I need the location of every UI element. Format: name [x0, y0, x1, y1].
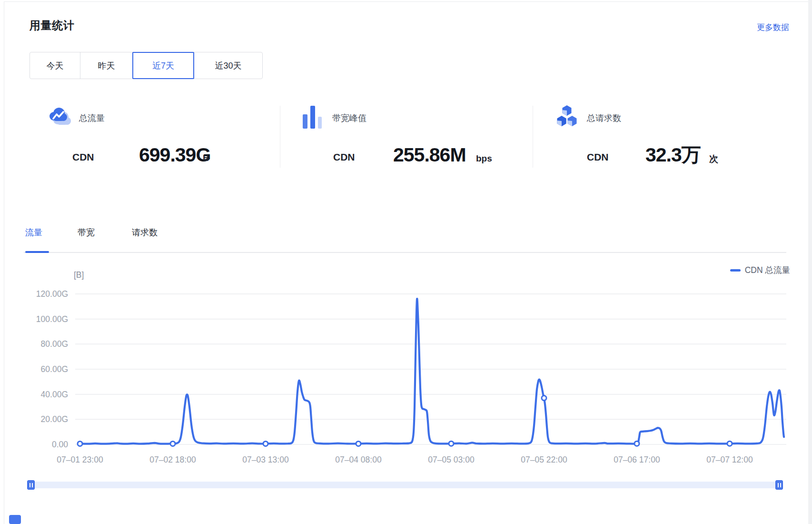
active-tab-underline — [25, 251, 49, 253]
y-axis-label: 40.00G — [41, 390, 68, 399]
y-axis-label: 0.00 — [52, 440, 68, 449]
next-section-slider-handle[interactable] — [9, 515, 21, 524]
stat-label-traffic: 总流量 — [79, 112, 105, 124]
x-axis-label: 07–04 08:00 — [335, 455, 382, 464]
stat-product: CDN — [587, 151, 609, 163]
data-point-marker[interactable] — [78, 441, 82, 446]
tab-requests[interactable]: 请求数 — [132, 227, 158, 238]
stat-label-requests: 总请求数 — [587, 112, 621, 124]
page-title: 用量统计 — [30, 18, 74, 33]
x-axis-label: 07–02 18:00 — [149, 455, 196, 464]
data-point-marker[interactable] — [634, 441, 639, 446]
tabs-bottom-border — [24, 252, 786, 253]
tab-traffic[interactable]: 流量 — [25, 227, 42, 238]
legend-label: CDN 总流量 — [745, 264, 790, 276]
x-axis-label: 07–05 22:00 — [521, 455, 567, 464]
stat-value-traffic: 699.39G — [139, 145, 210, 165]
traffic-line-chart[interactable]: 0.0020.00G40.00G60.00G80.00G100.00G120.0… — [0, 286, 812, 476]
data-point-marker[interactable] — [727, 441, 732, 446]
x-axis-label: 07–06 17:00 — [614, 455, 660, 464]
legend-line-swatch — [730, 269, 741, 272]
y-axis-label: 120.00G — [36, 289, 68, 299]
bandwidth-bars-icon — [303, 106, 323, 129]
stat-product: CDN — [333, 151, 355, 163]
usage-stats-page: 用量统计 更多数据 今天 昨天 近7天 近30天 总流量 CDN 699.39G… — [0, 0, 812, 524]
range-button-today[interactable]: 今天 — [30, 52, 80, 79]
cloud-traffic-icon — [47, 106, 71, 127]
range-button-last30days[interactable]: 近30天 — [194, 52, 263, 79]
y-axis-label: 100.00G — [36, 314, 68, 324]
data-point-marker[interactable] — [449, 441, 454, 446]
data-point-marker[interactable] — [170, 441, 175, 446]
traffic-line-series — [80, 299, 784, 444]
range-button-last7days[interactable]: 近7天 — [132, 52, 194, 79]
slider-left-handle[interactable] — [27, 480, 35, 490]
stat-unit: bps — [476, 153, 492, 164]
time-range-button-group: 今天 昨天 近7天 近30天 — [30, 52, 263, 79]
y-axis-unit-label: [B] — [74, 270, 84, 280]
x-axis-label: 07–07 12:00 — [706, 455, 753, 464]
page-scrollbar[interactable] — [808, 0, 812, 524]
slider-right-handle[interactable] — [775, 480, 783, 490]
stat-divider — [280, 106, 280, 168]
stat-value-bandwidth: 255.86M — [393, 145, 466, 165]
chart-legend[interactable]: CDN 总流量 — [730, 264, 790, 276]
y-axis-label: 80.00G — [41, 339, 68, 349]
stat-unit: 次 — [709, 153, 718, 165]
tab-bandwidth[interactable]: 带宽 — [78, 227, 95, 238]
data-point-marker[interactable] — [356, 441, 361, 446]
requests-cubes-icon — [554, 104, 580, 128]
x-axis-label: 07–05 03:00 — [428, 455, 475, 464]
x-axis-label: 07–03 13:00 — [242, 455, 289, 464]
y-axis-label: 60.00G — [41, 364, 68, 374]
data-point-marker[interactable] — [263, 441, 268, 446]
y-axis-label: 20.00G — [41, 414, 68, 424]
stat-unit: B — [203, 153, 209, 163]
stat-divider — [533, 106, 533, 168]
more-data-link[interactable]: 更多数据 — [757, 22, 789, 33]
range-button-yesterday[interactable]: 昨天 — [80, 52, 133, 79]
stat-product: CDN — [72, 151, 94, 163]
stat-value-requests: 32.3万 — [645, 145, 701, 165]
chart-range-slider-track[interactable] — [27, 482, 783, 488]
data-point-marker[interactable] — [542, 396, 546, 401]
x-axis-label: 07–01 23:00 — [57, 455, 103, 464]
card-border-top — [4, 1, 808, 2]
stat-label-bandwidth: 带宽峰值 — [332, 112, 366, 124]
